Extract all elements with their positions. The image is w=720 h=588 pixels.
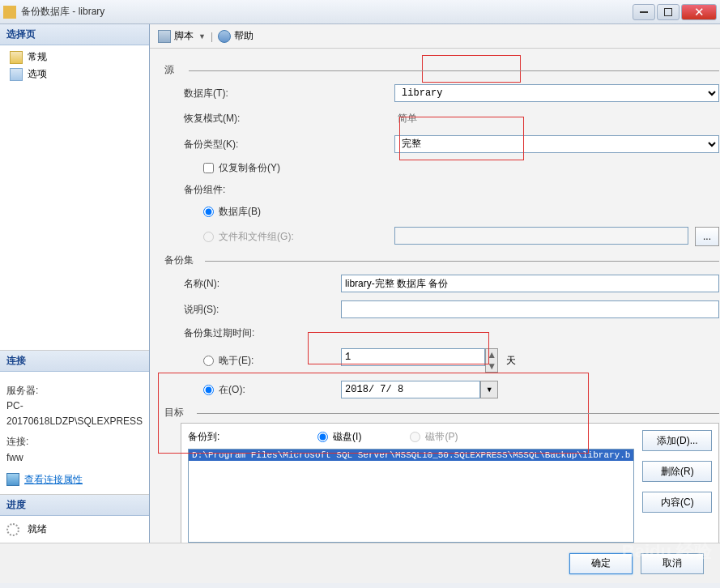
window-controls: ✕	[633, 4, 717, 20]
close-button[interactable]: ✕	[681, 4, 717, 20]
toolbar: 脚本 ▼ | 帮助	[150, 24, 720, 49]
backup-name-input[interactable]	[341, 275, 719, 292]
cancel-button[interactable]: 取消	[641, 553, 704, 574]
disk-label: 磁盘(I)	[333, 430, 361, 444]
copy-only-label: 仅复制备份(Y)	[219, 161, 280, 175]
help-button[interactable]: 帮助	[218, 29, 253, 43]
script-icon	[158, 30, 171, 43]
backup-to-label: 备份到:	[188, 430, 317, 444]
view-connection-props-link[interactable]: 查看连接属性	[6, 472, 143, 488]
help-icon	[218, 30, 231, 43]
destination-path-list[interactable]: D:\Program Files\Microsoft SQL Server\MS…	[188, 449, 634, 543]
sidebar-item-label: 常规	[28, 50, 47, 64]
tape-radio	[410, 432, 420, 442]
conn-label: 连接:	[6, 434, 143, 450]
maximize-button[interactable]	[657, 4, 680, 20]
progress-status: 就绪	[28, 522, 47, 536]
component-label: 备份组件:	[184, 183, 394, 197]
expire-on-radio[interactable]	[203, 385, 214, 395]
connection-header: 连接	[0, 351, 149, 372]
files-input	[394, 227, 688, 245]
database-select[interactable]: library	[394, 84, 719, 102]
window-title: 备份数据库 - library	[21, 5, 633, 19]
expire-on-label: 在(O):	[219, 383, 245, 397]
minimize-button[interactable]	[633, 4, 655, 20]
add-destination-button[interactable]: 添加(D)...	[642, 430, 712, 451]
source-section-label: 源	[164, 63, 719, 77]
destination-path-item[interactable]: D:\Program Files\Microsoft SQL Server\MS…	[189, 450, 633, 461]
sidebar-item-label: 选项	[28, 67, 47, 81]
desc-label: 说明(S):	[184, 303, 341, 317]
disk-radio[interactable]	[317, 432, 328, 442]
backup-desc-input[interactable]	[341, 300, 719, 318]
contents-button[interactable]: 内容(C)	[642, 492, 712, 513]
component-files-radio	[203, 232, 214, 242]
backup-type-select[interactable]: 完整	[394, 135, 719, 153]
name-label: 名称(N):	[184, 277, 341, 291]
titlebar: 备份数据库 - library ✕	[0, 0, 720, 24]
progress-header: 进度	[0, 495, 149, 516]
ok-button[interactable]: 确定	[569, 553, 633, 574]
date-picker-button[interactable]: ▼	[480, 381, 498, 398]
tape-label: 磁带(P)	[425, 430, 458, 444]
backup-type-label: 备份类型(K):	[184, 138, 394, 151]
recovery-label: 恢复模式(M):	[184, 112, 394, 126]
expire-days-input[interactable]	[341, 348, 485, 366]
component-database-radio[interactable]	[203, 207, 214, 217]
left-panel: 选择页 常规 选项 连接 服务器: PC-20170618LDZP\SQLEXP…	[0, 24, 150, 543]
dialog-button-bar: 确定 取消	[0, 543, 720, 583]
remove-destination-button[interactable]: 删除(R)	[642, 461, 712, 482]
script-dropdown[interactable]: 脚本 ▼	[158, 29, 206, 43]
database-label: 数据库(T):	[184, 87, 394, 100]
days-spinner[interactable]: ▲▼	[485, 348, 498, 373]
conn-value: fww	[6, 450, 143, 466]
page-icon	[10, 51, 23, 64]
sidebar-item-options[interactable]: 选项	[6, 66, 143, 83]
server-value: PC-20170618LDZP\SQLEXPRESS	[6, 398, 143, 429]
destination-panel: 备份到: 磁盘(I) 磁带(P)	[181, 423, 719, 543]
app-icon	[3, 6, 16, 19]
expire-after-label: 晚于(E):	[219, 354, 253, 368]
expire-after-radio[interactable]	[203, 356, 214, 366]
days-unit: 天	[506, 354, 516, 368]
sidebar-item-general[interactable]: 常规	[6, 49, 143, 66]
calendar-icon: ▼	[486, 386, 493, 394]
component-files-label: 文件和文件组(G):	[219, 230, 294, 244]
backupset-section-label: 备份集	[164, 254, 719, 267]
progress-spinner-icon	[6, 523, 19, 536]
chevron-down-icon: ▼	[198, 32, 206, 40]
select-page-header: 选择页	[0, 24, 149, 45]
browse-files-button[interactable]: ...	[695, 227, 720, 246]
properties-icon	[6, 473, 19, 486]
page-icon	[10, 68, 23, 81]
expire-date-input[interactable]	[341, 381, 480, 398]
destination-section-label: 目标	[164, 406, 719, 420]
recovery-value: 简单	[394, 110, 719, 127]
copy-only-checkbox[interactable]	[203, 163, 214, 173]
component-database-label: 数据库(B)	[219, 205, 261, 219]
server-label: 服务器:	[6, 383, 143, 398]
expire-label: 备份集过期时间:	[184, 326, 394, 340]
